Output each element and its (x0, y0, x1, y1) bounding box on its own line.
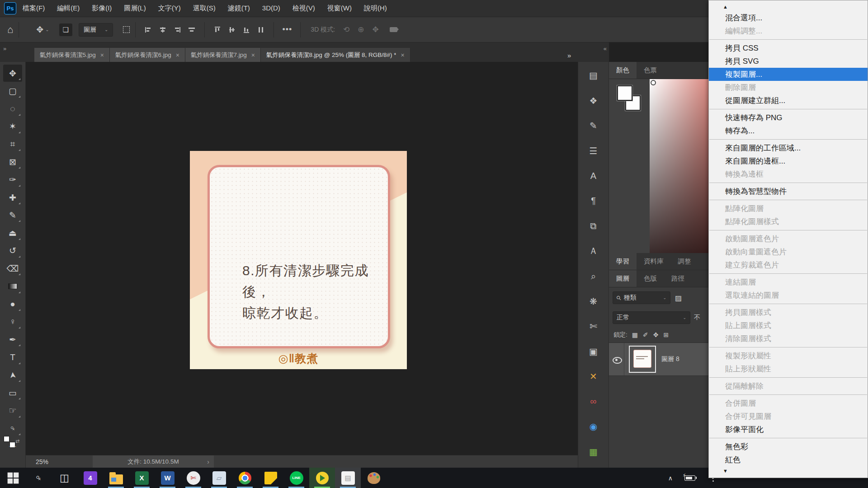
filter-kind-image-icon[interactable]: ▨ (675, 294, 682, 302)
properties-panel-icon[interactable]: ▣ (585, 343, 603, 361)
layer-visibility-eye-icon[interactable] (609, 343, 624, 375)
menu-3d[interactable]: 3D(D) (262, 4, 280, 13)
lock-icon-1[interactable]: ✐ (643, 331, 648, 338)
tab-doc-6[interactable]: 氣炸鍋保養清潔6.jpg× (110, 48, 185, 62)
plugin-wave-icon[interactable]: ∞ (585, 393, 603, 411)
tab-color[interactable]: 顏色 (609, 62, 637, 79)
context-menu-item-5[interactable]: 複製圖層... (709, 68, 868, 81)
layer-name[interactable]: 圖層 8 (661, 355, 679, 363)
tab-paths[interactable]: 路徑 (664, 270, 692, 287)
close-icon[interactable]: × (401, 52, 404, 59)
align-left-icon[interactable] (144, 26, 152, 34)
pen-tool[interactable]: ✒ (3, 331, 22, 348)
tab-doc-7[interactable]: 氣炸鍋保養清潔7.jpg× (185, 48, 261, 62)
libraries-panel-icon[interactable]: ⌕ (585, 267, 603, 285)
snipping-tool-button[interactable]: ✄ (180, 468, 206, 488)
plugin-globe-icon[interactable]: ◉ (585, 418, 603, 436)
scissors-panel-icon[interactable]: ✄ (585, 317, 603, 335)
search-button[interactable]: ♀ (26, 468, 52, 488)
task-view-button[interactable]: ◫ (52, 468, 77, 488)
lock-icon-3[interactable]: ⊞ (663, 331, 669, 338)
distribute-vertical-icon[interactable] (257, 26, 265, 34)
menu-filter[interactable]: 濾鏡(T) (228, 4, 250, 13)
clone-stamp-tool[interactable]: ⏏ (3, 225, 22, 242)
clone-source-panel-icon[interactable]: ⧉ (585, 217, 603, 235)
document-image[interactable]: 8.所有清潔步驟完成後， 晾乾才收起。 ◎‖教煮 (190, 151, 407, 369)
notepad-button[interactable]: ▤ (335, 468, 361, 488)
zoom-tool[interactable]: ♀ (3, 420, 22, 437)
plugin-photo-icon[interactable]: ▦ (585, 443, 603, 461)
frame-tool[interactable]: ⊠ (3, 153, 22, 170)
lock-icon-0[interactable]: ▦ (632, 331, 638, 338)
menu-view[interactable]: 檢視(V) (292, 4, 315, 13)
tab-channels[interactable]: 色版 (637, 270, 664, 287)
marquee-tool[interactable]: ▢ (3, 82, 22, 99)
context-menu-item-9[interactable]: 快速轉存為 PNG (709, 111, 868, 124)
menu-scroll-up-icon[interactable]: ▲ (709, 2, 868, 11)
context-menu-item-42[interactable]: 紅色 (709, 453, 868, 466)
align-center-horizontal-icon[interactable] (159, 26, 167, 34)
context-menu-item-12[interactable]: 來自圖層的工作區域... (709, 141, 868, 155)
distribute-horizontal-icon[interactable] (188, 26, 196, 34)
menu-select[interactable]: 選取(S) (193, 4, 216, 13)
glyphs-panel-icon[interactable]: Ａ (585, 242, 603, 260)
plugin-x-icon[interactable]: ✕ (585, 367, 603, 385)
dodge-tool[interactable]: ♀ (3, 313, 22, 330)
lock-icon-2[interactable]: ✥ (653, 331, 659, 338)
battery-icon[interactable]: ⚡ (684, 475, 695, 481)
file-explorer-button[interactable] (103, 468, 129, 488)
healing-brush-tool[interactable]: ✚ (3, 189, 22, 206)
path-select-tool[interactable]: ➤ (3, 366, 22, 384)
tab-overflow-chevron[interactable]: » (567, 52, 570, 59)
tab-layers[interactable]: 圖層 (609, 270, 637, 287)
more-options-icon[interactable]: ••• (282, 25, 292, 34)
menu-help[interactable]: 說明(H) (364, 4, 387, 13)
line-app-button[interactable]: LINE (283, 468, 309, 488)
word-button[interactable]: W (155, 468, 180, 488)
context-menu-item-13[interactable]: 來自圖層的邊框... (709, 155, 868, 168)
menu-file[interactable]: 檔案(F) (23, 4, 45, 13)
status-expand-chevron[interactable]: › (207, 458, 209, 465)
auto-select-toggle[interactable]: ❏ (59, 23, 72, 36)
color-guide-panel-icon[interactable]: ❖ (585, 92, 603, 110)
context-menu-item-4[interactable]: 拷貝 SVG (709, 55, 868, 68)
excel-button[interactable]: X (129, 468, 155, 488)
tray-expand-chevron[interactable]: ∧ (668, 474, 673, 482)
menu-window[interactable]: 視窗(W) (327, 4, 352, 13)
move-tool-icon[interactable]: ✥ (36, 24, 43, 35)
menu-image[interactable]: 影像(I) (92, 4, 112, 13)
brush-tool[interactable]: ✎ (3, 206, 22, 224)
layer-filter-dropdown[interactable]: ⚲ 種類 ⌄ (613, 291, 670, 304)
eraser-tool[interactable]: ⌫ (3, 260, 22, 277)
panel-collapse-chevron[interactable]: « (604, 45, 607, 52)
close-icon[interactable]: × (100, 52, 104, 59)
gradient-tool[interactable] (3, 278, 22, 295)
align-right-icon[interactable] (173, 26, 181, 34)
home-icon[interactable]: ⌂ (7, 24, 13, 36)
foreground-background-swatches-large[interactable] (617, 85, 644, 113)
rectangle-tool[interactable]: ▭ (3, 384, 22, 401)
character-panel-icon[interactable]: A (585, 167, 603, 185)
document-info-box[interactable]: 文件: 10.5M/10.5M › (93, 455, 214, 468)
lasso-tool[interactable]: ◌ (3, 100, 22, 117)
magic-wand-tool[interactable]: ✶ (3, 118, 22, 135)
context-menu-item-7[interactable]: 從圖層建立群組... (709, 94, 868, 107)
adjustments-panel-icon[interactable]: ☰ (585, 142, 603, 160)
layer-row[interactable]: 圖層 8 (609, 343, 708, 376)
paint-app-button[interactable] (361, 468, 387, 488)
auto-select-target-dropdown[interactable]: 圖層 ⌄ (79, 23, 113, 37)
start-button[interactable] (0, 468, 26, 488)
chrome-button[interactable] (232, 468, 258, 488)
show-transform-controls-toggle[interactable] (123, 26, 130, 33)
blend-mode-dropdown[interactable]: 正常 ⌄ (613, 311, 690, 324)
context-menu-item-41[interactable]: 無色彩 (709, 440, 868, 453)
blur-tool[interactable]: ● (3, 296, 22, 313)
notes-app-button[interactable]: ▱ (206, 468, 232, 488)
histogram-panel-icon[interactable]: ▤ (585, 66, 603, 84)
type-tool[interactable]: T (3, 349, 22, 366)
tab-doc-5[interactable]: 氣炸鍋保養清潔5.jpg× (34, 48, 110, 62)
menu-type[interactable]: 文字(Y) (158, 4, 181, 13)
paragraph-panel-icon[interactable]: ¶ (585, 192, 603, 210)
app-4-button[interactable]: 4 (77, 468, 103, 488)
close-icon[interactable]: × (251, 52, 255, 59)
